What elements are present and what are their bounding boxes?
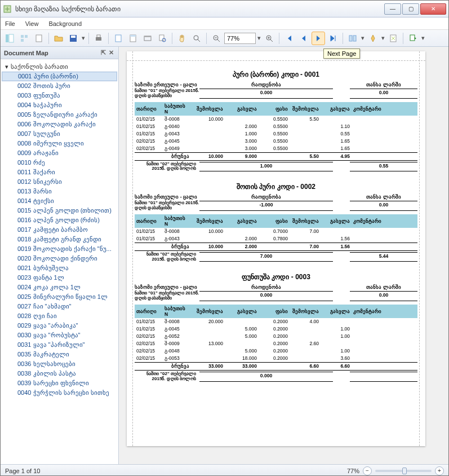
document-map-tree[interactable]: ▾ საქონლის ბარათი 0001 პური (ბარონი)0002…	[1, 59, 118, 464]
tree-item[interactable]: 0007 სულგუნი	[2, 129, 117, 139]
zoom-dropdown[interactable]: ▾	[257, 34, 261, 42]
color-icon[interactable]	[366, 32, 380, 45]
tree-item[interactable]: 0005 ზელანდიური კარაქი	[2, 110, 117, 120]
save-dropdown[interactable]: ▾	[81, 34, 86, 42]
tree-item[interactable]: 0021 ბურბუშელა	[2, 263, 117, 273]
tree-item[interactable]: 0024 კოკა კოლა 1ლ	[2, 283, 117, 292]
zoom-in-icon[interactable]	[263, 32, 276, 45]
panel-close-icon[interactable]: ✕	[107, 49, 115, 56]
save-icon[interactable]	[66, 32, 80, 45]
table-row: 02/02/15გ-005318.0000.20003.60	[135, 355, 417, 363]
params-icon[interactable]	[32, 32, 46, 45]
svg-rect-6	[36, 35, 42, 42]
pin-icon[interactable]: ⇱	[99, 49, 107, 56]
balance-end-label: ნაშთი "02" თებერვალი 2015წ. დღის ბოლოს	[135, 252, 199, 262]
maximize-button[interactable]: ▢	[402, 3, 419, 15]
status-zoom-out[interactable]: −	[363, 466, 372, 475]
table-row: 01/02/15გ-00431.0000.55000.55	[135, 130, 417, 138]
balance-start-label: ნაშთი "01" თებერვალი 2015წ. დღის დასაწყი…	[135, 89, 199, 99]
export-dropdown[interactable]: ▾	[421, 34, 425, 42]
menu-background[interactable]: Background	[48, 20, 82, 27]
first-page-icon[interactable]	[282, 32, 296, 45]
data-table: თარიღისაბუთის Nშემოსვლაგასვლაფასიშემოსვლ…	[135, 214, 417, 251]
minimize-button[interactable]: —	[384, 3, 401, 15]
tree-item[interactable]: 0019 შოკოლადის ქარაქი "ნუ...	[2, 244, 117, 254]
report-viewer[interactable]: პური (ბარონი) კოდი - 0001საზომი ერთეული …	[119, 47, 448, 464]
multipage-icon[interactable]	[346, 32, 359, 45]
zoom-out-icon[interactable]	[210, 32, 223, 45]
balance-start-amt: 0.00	[350, 201, 417, 211]
open-icon[interactable]	[52, 32, 65, 45]
menu-file[interactable]: File	[5, 20, 15, 27]
multipage-dropdown[interactable]: ▾	[361, 34, 365, 42]
svg-rect-3	[21, 35, 24, 38]
sum-row: ბრუნვა10.0009.0005.504.95	[135, 152, 417, 160]
table-row: 01/02/15შ-000820.0000.20004.00	[135, 318, 417, 325]
header-footer-icon[interactable]	[126, 32, 140, 45]
tree-item[interactable]: 0029 ყავა "არაბიკა"	[2, 321, 117, 330]
balance-start-qty: -1.000	[199, 201, 333, 211]
tree-root-label: საქონლის ბარათი	[11, 63, 68, 70]
tree-item[interactable]: 0009 არაჟანი	[2, 148, 117, 158]
tree-item[interactable]: 0028 ღვი ჩაი	[2, 311, 117, 321]
tree-item[interactable]: 0020 შოკოლადი ქინდერი	[2, 254, 117, 263]
tree-item[interactable]: 0025 მინერალური წყალი 1ლ	[2, 292, 117, 302]
tree-item[interactable]: 0008 იმერული ყველი	[2, 139, 117, 148]
section-title: შოთის პური კოდი - 0002	[135, 183, 417, 191]
zoom-slider[interactable]	[375, 470, 432, 472]
tree-item[interactable]: 0040 ჭურჭლის სარეცხი სითხე	[2, 388, 117, 398]
find-icon[interactable]	[155, 32, 169, 45]
tree-item[interactable]: 0006 შოკოლადის კარაქი	[2, 120, 117, 129]
magnifier-icon[interactable]	[190, 32, 203, 45]
tree-item[interactable]: 0003 ფუნთუშა	[2, 91, 117, 100]
watermark-icon[interactable]	[386, 32, 400, 45]
page-setup-icon[interactable]	[112, 32, 125, 45]
svg-rect-23	[410, 35, 415, 41]
tree-item[interactable]: 0001 პური (ბარონი)	[2, 72, 117, 81]
thumbnails-icon[interactable]	[17, 32, 31, 45]
svg-point-17	[194, 36, 198, 40]
tree-item[interactable]: 0018 კამფეტი გრანდ კენდი	[2, 235, 117, 244]
svg-rect-15	[159, 35, 164, 41]
tree-item[interactable]: 0004 ხაჭაპური	[2, 100, 117, 110]
tree-item[interactable]: 0030 ყავა "რობუსტა"	[2, 330, 117, 340]
tree-item[interactable]: 0038 კბილის პასტა	[2, 369, 117, 378]
qty-label: რაოდენობა	[199, 82, 333, 87]
balance-end-amt: 0.55	[350, 162, 417, 172]
print-icon[interactable]	[92, 32, 105, 45]
tree-root[interactable]: ▾ საქონლის ბარათი	[2, 61, 117, 72]
tree-item[interactable]: 0014 ტვიქსი	[2, 196, 117, 206]
balance-end-amt: 5.44	[350, 252, 417, 262]
table-row: 01/02/15შ-000810.0000.70007.00	[135, 228, 417, 235]
scale-icon[interactable]	[141, 32, 154, 45]
tree-item[interactable]: 0011 შაქარი	[2, 168, 117, 177]
window-title: სხივი მაღაზია საქონლის ბარათი	[15, 5, 383, 13]
color-dropdown[interactable]: ▾	[381, 34, 385, 42]
tree-item[interactable]: 0015 ალპენ გოლდი (თხილით)	[2, 206, 117, 215]
tree-item[interactable]: 0010 რძე	[2, 158, 117, 168]
tree-item[interactable]: 0023 ფანტა 1ლ	[2, 273, 117, 283]
export-icon[interactable]	[406, 32, 420, 45]
tree-item[interactable]: 0012 სნიკერსი	[2, 177, 117, 187]
next-page-icon[interactable]	[312, 32, 325, 45]
tree-item[interactable]: 0016 ალპენ გოლდი (რძის)	[2, 215, 117, 225]
table-row: 02/02/15გ-00493.0000.55001.65	[135, 145, 417, 153]
tree-item[interactable]: 0017 კამფეტი ბარამბო	[2, 225, 117, 235]
tree-item[interactable]: 0027 ჩაი "ახმადი"	[2, 302, 117, 311]
collapse-icon[interactable]: ▾	[5, 63, 8, 70]
data-table: თარიღისაბუთის Nშემოსვლაგასვლაფასიშემოსვლ…	[135, 305, 417, 371]
menu-view[interactable]: View	[25, 20, 39, 27]
tree-item[interactable]: 0039 სარეცხი ფხვნილი	[2, 378, 117, 388]
tree-item[interactable]: 0036 ხელსახოცები	[2, 359, 117, 369]
tree-item[interactable]: 0031 ყავა "პარიზული"	[2, 340, 117, 350]
tree-item[interactable]: 0002 შოთის პური	[2, 81, 117, 91]
docmap-toggle-icon[interactable]	[3, 32, 16, 45]
tree-item[interactable]: 0035 მაკრატელი	[2, 350, 117, 359]
status-zoom-in[interactable]: +	[435, 466, 444, 475]
last-page-icon[interactable]	[326, 32, 340, 45]
prev-page-icon[interactable]	[297, 32, 310, 45]
hand-tool-icon[interactable]	[175, 32, 189, 45]
tree-item[interactable]: 0013 მარსი	[2, 187, 117, 196]
zoom-input[interactable]	[224, 33, 256, 44]
close-button[interactable]: ✕	[420, 3, 446, 15]
